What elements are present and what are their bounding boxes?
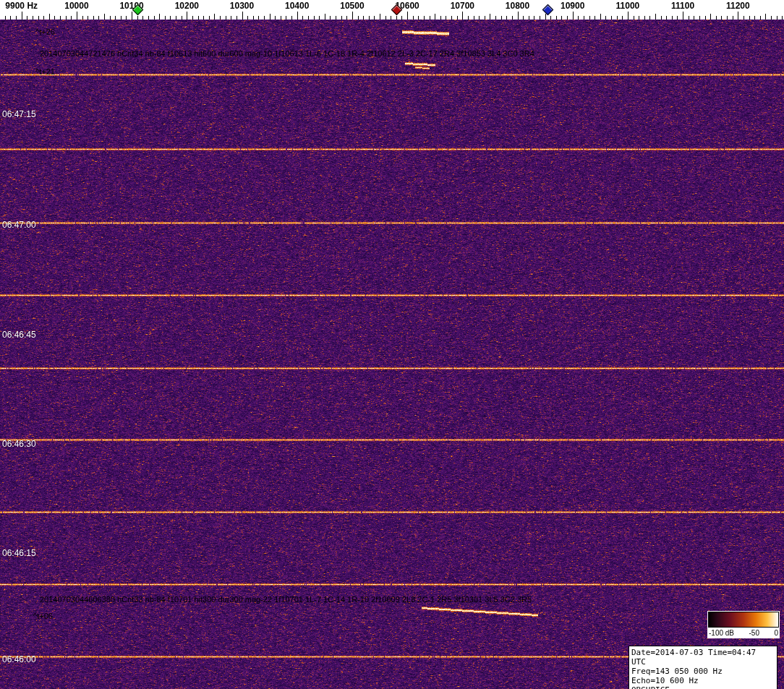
detection-annotation: 20140703044606380 hCnt33 nb-84 f10701 hi… [40,595,532,604]
info-echo-frequency: Echo=10 600 Hz [631,676,775,685]
time-axis-label: 06:46:00 [2,654,36,664]
time-axis-label: 06:47:15 [2,109,36,119]
colorbar-mid-label: -50 [749,629,759,637]
time-axis-label: 06:46:30 [2,439,36,449]
time-offset-label: ^t+21 [35,67,55,76]
info-frequency: Freq=143 050 000 Hz [631,667,775,676]
time-axis-label: 06:46:45 [2,330,36,340]
time-offset-label: ^t+26 [35,27,55,36]
spectrogram-overlay: -100 dB -50 0 Date=2014-07-03 Time=04:47… [0,0,784,689]
spectrogram-app-window: 9900 Hz100001010010200103001040010500106… [0,0,784,689]
colorbar-min-label: -100 dB [709,629,734,637]
intensity-colorbar: -100 dB -50 0 [707,611,780,638]
time-offset-label: ^t+06 [33,612,53,620]
detection-annotation: 20140703044721476 hCnt34 nb-84 f10613 hi… [40,49,534,58]
info-date-time: Date=2014-07-03 Time=04:47 UTC [631,648,775,667]
time-axis-label: 06:47:00 [2,220,36,230]
colorbar-labels: -100 dB -50 0 [708,628,779,638]
colorbar-max-label: 0 [774,629,778,637]
time-axis-label: 06:46:15 [2,548,36,558]
info-station-name: OBSUPICE [631,685,775,689]
colorbar-gradient [708,612,779,628]
station-info-box: Date=2014-07-03 Time=04:47 UTC Freq=143 … [629,646,777,689]
